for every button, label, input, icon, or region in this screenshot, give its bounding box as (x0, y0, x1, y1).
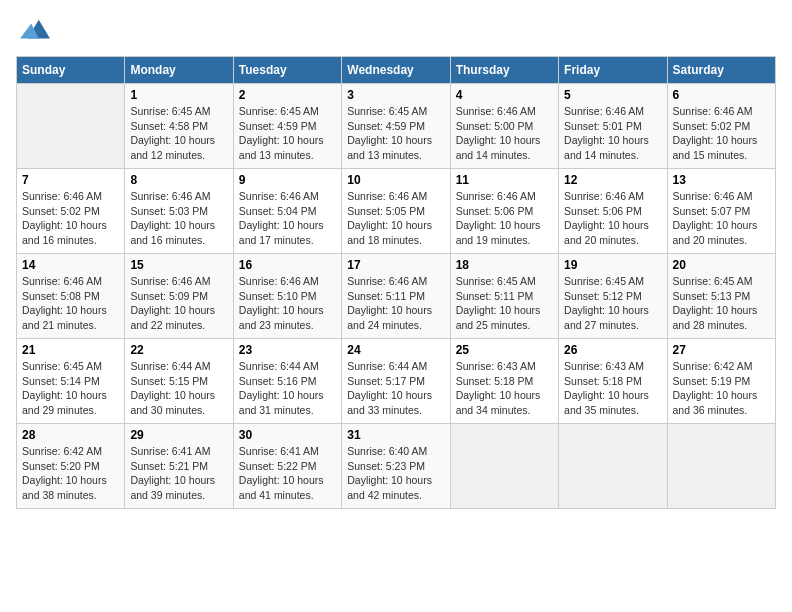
day-info: Sunrise: 6:46 AM Sunset: 5:08 PM Dayligh… (22, 274, 119, 333)
day-cell: 30Sunrise: 6:41 AM Sunset: 5:22 PM Dayli… (233, 424, 341, 509)
day-header-saturday: Saturday (667, 57, 775, 84)
day-info: Sunrise: 6:46 AM Sunset: 5:03 PM Dayligh… (130, 189, 227, 248)
days-header-row: SundayMondayTuesdayWednesdayThursdayFrid… (17, 57, 776, 84)
day-number: 5 (564, 88, 661, 102)
day-number: 10 (347, 173, 444, 187)
day-number: 22 (130, 343, 227, 357)
day-number: 6 (673, 88, 770, 102)
day-header-tuesday: Tuesday (233, 57, 341, 84)
day-info: Sunrise: 6:41 AM Sunset: 5:22 PM Dayligh… (239, 444, 336, 503)
day-info: Sunrise: 6:46 AM Sunset: 5:01 PM Dayligh… (564, 104, 661, 163)
day-cell: 25Sunrise: 6:43 AM Sunset: 5:18 PM Dayli… (450, 339, 558, 424)
day-info: Sunrise: 6:43 AM Sunset: 5:18 PM Dayligh… (564, 359, 661, 418)
day-info: Sunrise: 6:46 AM Sunset: 5:06 PM Dayligh… (564, 189, 661, 248)
day-cell: 17Sunrise: 6:46 AM Sunset: 5:11 PM Dayli… (342, 254, 450, 339)
day-number: 13 (673, 173, 770, 187)
day-header-thursday: Thursday (450, 57, 558, 84)
day-info: Sunrise: 6:46 AM Sunset: 5:02 PM Dayligh… (22, 189, 119, 248)
day-info: Sunrise: 6:46 AM Sunset: 5:07 PM Dayligh… (673, 189, 770, 248)
day-info: Sunrise: 6:46 AM Sunset: 5:11 PM Dayligh… (347, 274, 444, 333)
day-info: Sunrise: 6:45 AM Sunset: 5:12 PM Dayligh… (564, 274, 661, 333)
day-cell: 20Sunrise: 6:45 AM Sunset: 5:13 PM Dayli… (667, 254, 775, 339)
day-number: 14 (22, 258, 119, 272)
day-number: 19 (564, 258, 661, 272)
day-cell: 1Sunrise: 6:45 AM Sunset: 4:58 PM Daylig… (125, 84, 233, 169)
day-number: 3 (347, 88, 444, 102)
day-number: 26 (564, 343, 661, 357)
week-row-2: 7Sunrise: 6:46 AM Sunset: 5:02 PM Daylig… (17, 169, 776, 254)
week-row-5: 28Sunrise: 6:42 AM Sunset: 5:20 PM Dayli… (17, 424, 776, 509)
day-info: Sunrise: 6:46 AM Sunset: 5:06 PM Dayligh… (456, 189, 553, 248)
day-number: 16 (239, 258, 336, 272)
day-cell: 18Sunrise: 6:45 AM Sunset: 5:11 PM Dayli… (450, 254, 558, 339)
day-cell (17, 84, 125, 169)
day-cell: 4Sunrise: 6:46 AM Sunset: 5:00 PM Daylig… (450, 84, 558, 169)
day-info: Sunrise: 6:45 AM Sunset: 4:59 PM Dayligh… (347, 104, 444, 163)
day-info: Sunrise: 6:40 AM Sunset: 5:23 PM Dayligh… (347, 444, 444, 503)
day-info: Sunrise: 6:45 AM Sunset: 5:11 PM Dayligh… (456, 274, 553, 333)
day-cell: 3Sunrise: 6:45 AM Sunset: 4:59 PM Daylig… (342, 84, 450, 169)
day-number: 21 (22, 343, 119, 357)
day-number: 17 (347, 258, 444, 272)
day-number: 30 (239, 428, 336, 442)
day-number: 27 (673, 343, 770, 357)
day-number: 28 (22, 428, 119, 442)
calendar-table: SundayMondayTuesdayWednesdayThursdayFrid… (16, 56, 776, 509)
day-number: 25 (456, 343, 553, 357)
day-number: 24 (347, 343, 444, 357)
day-cell (667, 424, 775, 509)
logo-icon (20, 16, 50, 46)
day-cell (559, 424, 667, 509)
day-header-friday: Friday (559, 57, 667, 84)
day-cell: 15Sunrise: 6:46 AM Sunset: 5:09 PM Dayli… (125, 254, 233, 339)
day-cell: 10Sunrise: 6:46 AM Sunset: 5:05 PM Dayli… (342, 169, 450, 254)
day-cell: 14Sunrise: 6:46 AM Sunset: 5:08 PM Dayli… (17, 254, 125, 339)
day-cell: 21Sunrise: 6:45 AM Sunset: 5:14 PM Dayli… (17, 339, 125, 424)
day-cell: 9Sunrise: 6:46 AM Sunset: 5:04 PM Daylig… (233, 169, 341, 254)
day-info: Sunrise: 6:46 AM Sunset: 5:09 PM Dayligh… (130, 274, 227, 333)
day-cell: 16Sunrise: 6:46 AM Sunset: 5:10 PM Dayli… (233, 254, 341, 339)
day-cell: 7Sunrise: 6:46 AM Sunset: 5:02 PM Daylig… (17, 169, 125, 254)
day-cell: 27Sunrise: 6:42 AM Sunset: 5:19 PM Dayli… (667, 339, 775, 424)
day-number: 23 (239, 343, 336, 357)
day-cell: 12Sunrise: 6:46 AM Sunset: 5:06 PM Dayli… (559, 169, 667, 254)
week-row-4: 21Sunrise: 6:45 AM Sunset: 5:14 PM Dayli… (17, 339, 776, 424)
day-number: 1 (130, 88, 227, 102)
day-cell: 6Sunrise: 6:46 AM Sunset: 5:02 PM Daylig… (667, 84, 775, 169)
day-header-sunday: Sunday (17, 57, 125, 84)
day-number: 20 (673, 258, 770, 272)
day-cell: 11Sunrise: 6:46 AM Sunset: 5:06 PM Dayli… (450, 169, 558, 254)
day-info: Sunrise: 6:42 AM Sunset: 5:19 PM Dayligh… (673, 359, 770, 418)
day-number: 15 (130, 258, 227, 272)
day-cell: 19Sunrise: 6:45 AM Sunset: 5:12 PM Dayli… (559, 254, 667, 339)
day-cell: 22Sunrise: 6:44 AM Sunset: 5:15 PM Dayli… (125, 339, 233, 424)
week-row-3: 14Sunrise: 6:46 AM Sunset: 5:08 PM Dayli… (17, 254, 776, 339)
day-number: 11 (456, 173, 553, 187)
day-info: Sunrise: 6:45 AM Sunset: 5:14 PM Dayligh… (22, 359, 119, 418)
day-cell: 29Sunrise: 6:41 AM Sunset: 5:21 PM Dayli… (125, 424, 233, 509)
day-cell (450, 424, 558, 509)
day-info: Sunrise: 6:46 AM Sunset: 5:02 PM Dayligh… (673, 104, 770, 163)
day-number: 4 (456, 88, 553, 102)
day-info: Sunrise: 6:44 AM Sunset: 5:16 PM Dayligh… (239, 359, 336, 418)
day-number: 29 (130, 428, 227, 442)
day-info: Sunrise: 6:45 AM Sunset: 4:59 PM Dayligh… (239, 104, 336, 163)
day-cell: 24Sunrise: 6:44 AM Sunset: 5:17 PM Dayli… (342, 339, 450, 424)
day-cell: 28Sunrise: 6:42 AM Sunset: 5:20 PM Dayli… (17, 424, 125, 509)
day-info: Sunrise: 6:46 AM Sunset: 5:05 PM Dayligh… (347, 189, 444, 248)
day-info: Sunrise: 6:45 AM Sunset: 5:13 PM Dayligh… (673, 274, 770, 333)
day-number: 31 (347, 428, 444, 442)
day-info: Sunrise: 6:43 AM Sunset: 5:18 PM Dayligh… (456, 359, 553, 418)
page-header (16, 16, 776, 46)
day-header-wednesday: Wednesday (342, 57, 450, 84)
day-cell: 26Sunrise: 6:43 AM Sunset: 5:18 PM Dayli… (559, 339, 667, 424)
logo (16, 16, 50, 46)
day-cell: 13Sunrise: 6:46 AM Sunset: 5:07 PM Dayli… (667, 169, 775, 254)
day-info: Sunrise: 6:45 AM Sunset: 4:58 PM Dayligh… (130, 104, 227, 163)
day-info: Sunrise: 6:42 AM Sunset: 5:20 PM Dayligh… (22, 444, 119, 503)
day-number: 2 (239, 88, 336, 102)
day-header-monday: Monday (125, 57, 233, 84)
day-info: Sunrise: 6:44 AM Sunset: 5:15 PM Dayligh… (130, 359, 227, 418)
day-number: 18 (456, 258, 553, 272)
day-number: 9 (239, 173, 336, 187)
